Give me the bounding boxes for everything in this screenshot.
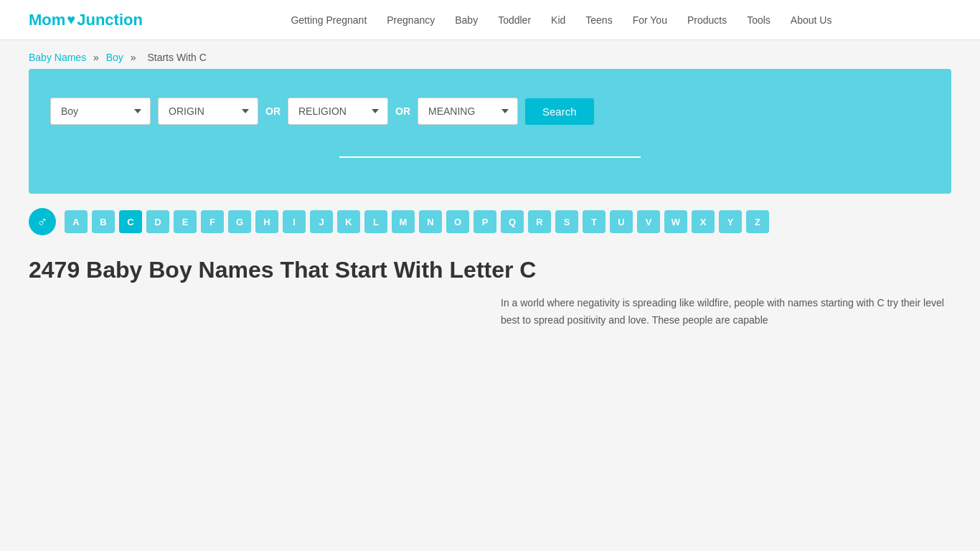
description-text: In a world where negativity is spreading…	[501, 295, 951, 329]
letter-btn-z[interactable]: Z	[746, 210, 769, 233]
nav-item-teens[interactable]: Teens	[585, 14, 612, 26]
nav-item-for-you[interactable]: For You	[633, 14, 667, 26]
letter-btn-c[interactable]: C	[119, 210, 142, 233]
letter-btn-p[interactable]: P	[473, 210, 496, 233]
letter-btn-l[interactable]: L	[364, 210, 387, 233]
breadcrumb-baby-names[interactable]: Baby Names	[29, 52, 86, 63]
letter-btn-o[interactable]: O	[446, 210, 469, 233]
description-row: In a world where negativity is spreading…	[29, 295, 951, 329]
search-banner: Boy Girl ORIGIN OR RELIGION OR MEANING S…	[29, 69, 951, 194]
meaning-select[interactable]: MEANING	[418, 98, 518, 125]
gender-icon: ♂	[29, 208, 56, 235]
breadcrumb-sep-2: »	[131, 52, 139, 63]
breadcrumb-sep-1: »	[93, 52, 102, 63]
breadcrumb-starts-with-c: Starts With C	[147, 52, 206, 63]
letter-btn-b[interactable]: B	[92, 210, 115, 233]
letter-btn-m[interactable]: M	[392, 210, 415, 233]
logo-heart-icon: ♥	[67, 11, 75, 28]
main-content: 2479 Baby Boy Names That Start With Lett…	[29, 257, 951, 329]
search-input-line	[50, 139, 930, 158]
letter-btn-u[interactable]: U	[610, 210, 633, 233]
letter-btn-s[interactable]: S	[555, 210, 578, 233]
search-row: Boy Girl ORIGIN OR RELIGION OR MEANING S…	[50, 98, 930, 125]
letter-btn-y[interactable]: Y	[719, 210, 742, 233]
logo-text-1: Mom	[29, 11, 65, 29]
logo-text-2: Junction	[77, 11, 143, 29]
letter-btn-i[interactable]: I	[283, 210, 306, 233]
letter-btn-r[interactable]: R	[528, 210, 551, 233]
letter-btn-j[interactable]: J	[310, 210, 333, 233]
nav-item-pregnancy[interactable]: Pregnancy	[387, 14, 435, 26]
religion-select[interactable]: RELIGION	[288, 98, 388, 125]
letter-btn-h[interactable]: H	[255, 210, 278, 233]
breadcrumb-boy[interactable]: Boy	[106, 52, 123, 63]
or-label-1: OR	[265, 105, 281, 117]
nav-item-toddler[interactable]: Toddler	[498, 14, 531, 26]
search-text-input[interactable]	[339, 139, 641, 158]
letter-btn-d[interactable]: D	[146, 210, 169, 233]
letter-btn-e[interactable]: E	[174, 210, 197, 233]
nav-item-tools[interactable]: Tools	[747, 14, 771, 26]
nav-item-products[interactable]: Products	[687, 14, 727, 26]
letter-btn-g[interactable]: G	[228, 210, 251, 233]
letter-btn-x[interactable]: X	[692, 210, 715, 233]
letter-btn-k[interactable]: K	[337, 210, 360, 233]
page-title: 2479 Baby Boy Names That Start With Lett…	[29, 257, 951, 283]
letter-btn-f[interactable]: F	[201, 210, 224, 233]
nav-item-about-us[interactable]: About Us	[791, 14, 832, 26]
origin-select[interactable]: ORIGIN	[158, 98, 258, 125]
letter-btn-n[interactable]: N	[419, 210, 442, 233]
main-nav: Getting Pregnant Pregnancy Baby Toddler …	[171, 14, 951, 26]
header: Mom ♥ Junction Getting Pregnant Pregnanc…	[0, 0, 980, 40]
breadcrumb: Baby Names » Boy » Starts With C	[0, 40, 980, 69]
nav-item-kid[interactable]: Kid	[551, 14, 565, 26]
letter-btn-w[interactable]: W	[664, 210, 687, 233]
letter-btn-a[interactable]: A	[65, 210, 88, 233]
nav-item-getting-pregnant[interactable]: Getting Pregnant	[291, 14, 367, 26]
search-button[interactable]: Search	[525, 98, 594, 125]
gender-select[interactable]: Boy Girl	[50, 98, 151, 125]
male-symbol: ♂	[37, 214, 48, 230]
or-label-2: OR	[395, 105, 410, 117]
letter-btn-q[interactable]: Q	[501, 210, 524, 233]
letter-btn-v[interactable]: V	[637, 210, 660, 233]
logo-link[interactable]: Mom ♥ Junction	[29, 11, 143, 29]
nav-item-baby[interactable]: Baby	[455, 14, 478, 26]
letter-btn-t[interactable]: T	[583, 210, 606, 233]
alphabet-section: ♂ A B C D E F G H I J K L M N O P Q R S …	[29, 208, 951, 235]
